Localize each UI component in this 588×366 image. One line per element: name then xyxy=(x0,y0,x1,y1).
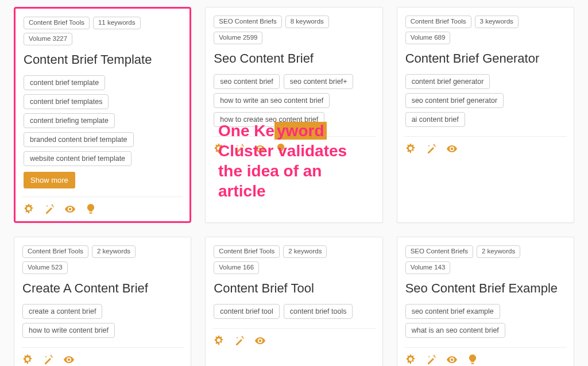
card-divider xyxy=(212,328,375,329)
keyword-cluster-card: Content Brief Tools3 keywordsVolume 689C… xyxy=(397,7,574,223)
wand-icon[interactable] xyxy=(234,336,245,346)
card-meta-row: Content Brief Tools2 keywordsVolume 523 xyxy=(22,245,183,274)
meta-pill-volume[interactable]: Volume 166 xyxy=(214,261,259,274)
card-action-row xyxy=(405,142,566,154)
keyword-chip[interactable]: how to write an seo content brief xyxy=(214,93,330,108)
keyword-cluster-card: SEO Content Briefs8 keywordsVolume 2599S… xyxy=(205,7,382,223)
card-action-row xyxy=(405,353,566,365)
card-meta-row: Content Brief Tools11 keywordsVolume 322… xyxy=(24,17,181,45)
card-divider xyxy=(21,347,184,348)
keyword-list: content brief generatorseo content brief… xyxy=(405,74,566,127)
card-title: Seo Content Brief Example xyxy=(405,281,566,296)
keyword-chip[interactable]: seo content brief example xyxy=(405,304,500,319)
meta-pill-category[interactable]: SEO Content Briefs xyxy=(214,16,281,28)
card-meta-row: Content Brief Tools3 keywordsVolume 689 xyxy=(405,16,566,44)
keyword-chip[interactable]: how to create seo content brief xyxy=(214,112,324,127)
gear-icon[interactable] xyxy=(405,355,416,365)
keyword-list: content brief templatecontent brief temp… xyxy=(24,75,181,166)
wand-icon[interactable] xyxy=(43,355,53,365)
keyword-chip[interactable]: content brief generator xyxy=(405,74,490,89)
eye-icon[interactable] xyxy=(65,204,75,214)
keyword-chip[interactable]: content brief tool xyxy=(214,304,279,319)
card-action-row xyxy=(22,353,183,365)
gear-icon[interactable] xyxy=(214,336,224,346)
card-action-row xyxy=(214,334,374,346)
keyword-chip[interactable]: branded content brief template xyxy=(24,132,134,147)
meta-pill-keywords[interactable]: 2 keywords xyxy=(92,245,136,258)
keyword-chip[interactable]: website content brief template xyxy=(24,151,131,166)
meta-pill-category[interactable]: Content Brief Tools xyxy=(214,245,280,258)
card-title: Seo Content Brief xyxy=(214,51,374,66)
meta-pill-category[interactable]: Content Brief Tools xyxy=(405,16,471,28)
keyword-chip[interactable]: what is an seo content brief xyxy=(405,323,505,338)
bulb-icon[interactable] xyxy=(86,204,96,214)
keyword-chip[interactable]: content brief tools xyxy=(284,304,353,319)
keyword-chip[interactable]: content briefing template xyxy=(24,113,115,128)
eye-icon[interactable] xyxy=(447,355,457,365)
card-divider xyxy=(22,197,183,197)
eye-icon[interactable] xyxy=(255,336,265,346)
meta-pill-keywords[interactable]: 2 keywords xyxy=(283,245,327,258)
card-meta-row: Content Brief Tools2 keywordsVolume 166 xyxy=(214,245,374,274)
keyword-list: seo content brief examplewhat is an seo … xyxy=(405,304,566,338)
meta-pill-keywords[interactable]: 8 keywords xyxy=(285,16,329,28)
keyword-cluster-card: Content Brief Tools11 keywordsVolume 322… xyxy=(14,7,191,223)
keyword-cluster-card: SEO Content Briefs2 keywordsVolume 143Se… xyxy=(397,237,574,366)
meta-pill-category[interactable]: Content Brief Tools xyxy=(22,245,88,258)
card-action-row xyxy=(214,142,374,154)
card-action-row xyxy=(24,203,181,214)
keyword-chip[interactable]: seo content brief xyxy=(214,74,279,89)
meta-pill-keywords[interactable]: 2 keywords xyxy=(477,245,520,258)
wand-icon[interactable] xyxy=(234,144,245,154)
keyword-chip[interactable]: how to write content brief xyxy=(22,323,115,338)
eye-icon[interactable] xyxy=(64,355,74,365)
meta-pill-volume[interactable]: Volume 3227 xyxy=(24,33,72,45)
keyword-list: content brief toolcontent brief tools xyxy=(214,304,374,319)
meta-pill-volume[interactable]: Volume 143 xyxy=(405,261,451,274)
keyword-chip[interactable]: content brief template xyxy=(24,75,105,90)
gear-icon[interactable] xyxy=(24,204,34,214)
card-divider xyxy=(404,347,567,348)
meta-pill-category[interactable]: Content Brief Tools xyxy=(24,17,90,29)
card-title: Content Brief Generator xyxy=(405,51,566,66)
keyword-chip[interactable]: seo content brief+ xyxy=(284,74,354,89)
card-title: Content Brief Tool xyxy=(214,281,374,296)
keyword-list: create a content briefhow to write conte… xyxy=(22,304,183,338)
keyword-chip[interactable]: content brief templates xyxy=(24,94,109,109)
keyword-chip[interactable]: ai content brief xyxy=(405,112,465,127)
wand-icon[interactable] xyxy=(426,144,436,154)
card-divider xyxy=(404,136,567,137)
card-title: Content Brief Template xyxy=(24,52,181,67)
keyword-chip[interactable]: seo content brief generator xyxy=(405,93,504,108)
keyword-list: seo content briefseo content brief+how t… xyxy=(214,74,374,127)
card-title: Create A Content Brief xyxy=(22,281,183,296)
eye-icon[interactable] xyxy=(255,144,265,154)
wand-icon[interactable] xyxy=(44,204,55,214)
eye-icon[interactable] xyxy=(447,144,457,154)
card-meta-row: SEO Content Briefs8 keywordsVolume 2599 xyxy=(214,16,374,44)
meta-pill-volume[interactable]: Volume 689 xyxy=(405,32,451,44)
gear-icon[interactable] xyxy=(405,144,416,154)
show-more-button[interactable]: Show more xyxy=(24,172,75,188)
card-divider xyxy=(212,136,375,137)
gear-icon[interactable] xyxy=(214,144,224,154)
keyword-cluster-card: Content Brief Tools2 keywordsVolume 523C… xyxy=(14,237,191,366)
gear-icon[interactable] xyxy=(22,355,33,365)
keyword-cluster-card: Content Brief Tools2 keywordsVolume 166C… xyxy=(205,237,382,366)
meta-pill-keywords[interactable]: 11 keywords xyxy=(93,17,141,29)
meta-pill-keywords[interactable]: 3 keywords xyxy=(475,16,519,28)
card-meta-row: SEO Content Briefs2 keywordsVolume 143 xyxy=(405,245,566,274)
bulb-icon[interactable] xyxy=(467,355,478,365)
meta-pill-volume[interactable]: Volume 2599 xyxy=(214,32,262,44)
bulb-icon[interactable] xyxy=(276,144,286,154)
keyword-chip[interactable]: create a content brief xyxy=(22,304,102,319)
meta-pill-volume[interactable]: Volume 523 xyxy=(22,261,68,274)
wand-icon[interactable] xyxy=(426,355,436,365)
meta-pill-category[interactable]: SEO Content Briefs xyxy=(405,245,473,258)
